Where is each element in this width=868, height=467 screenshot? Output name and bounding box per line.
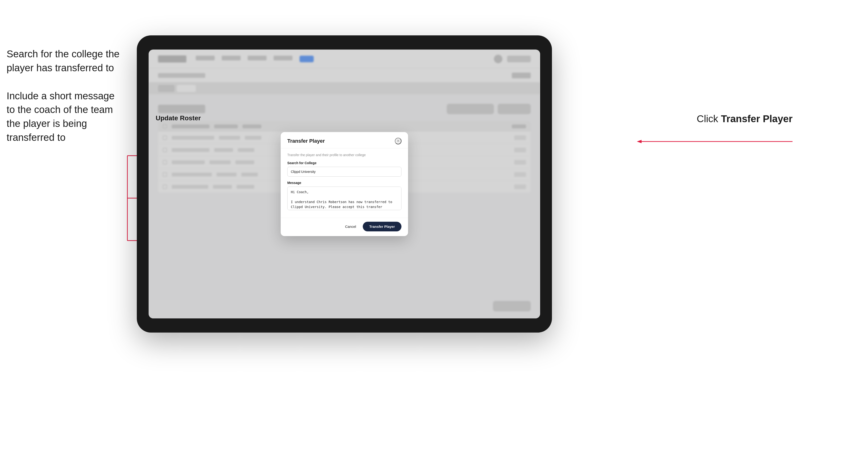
transfer-player-modal: Transfer Player × Transfer the player an… bbox=[281, 132, 408, 236]
modal-body: Transfer the player and their profile to… bbox=[281, 148, 408, 218]
annotation-text-2: Include a short message to the coach of … bbox=[7, 89, 125, 145]
modal-close-button[interactable]: × bbox=[395, 138, 401, 144]
annotation-text-1: Search for the college the player has tr… bbox=[7, 47, 125, 75]
tablet-screen: Transfer Player × Transfer the player an… bbox=[149, 50, 540, 318]
message-label: Message bbox=[287, 181, 401, 185]
annotation-right-text: Click bbox=[697, 113, 718, 124]
tablet-device: Transfer Player × Transfer the player an… bbox=[137, 35, 552, 333]
annotation-left: Search for the college the player has tr… bbox=[7, 47, 125, 159]
message-textarea[interactable]: Hi Coach, I understand Chris Robertson h… bbox=[287, 187, 401, 210]
cancel-button[interactable]: Cancel bbox=[342, 223, 359, 230]
modal-subtitle: Transfer the player and their profile to… bbox=[287, 153, 401, 157]
annotation-right-bold: Transfer Player bbox=[721, 113, 793, 124]
annotation-right: Click Transfer Player bbox=[697, 113, 793, 125]
modal-title: Transfer Player bbox=[287, 138, 325, 144]
search-college-label: Search for College bbox=[287, 161, 401, 165]
modal-overlay: Transfer Player × Transfer the player an… bbox=[149, 50, 540, 318]
transfer-player-button[interactable]: Transfer Player bbox=[363, 222, 401, 231]
modal-footer: Cancel Transfer Player bbox=[281, 218, 408, 236]
search-college-input[interactable] bbox=[287, 167, 401, 177]
svg-marker-6 bbox=[637, 140, 642, 143]
modal-header: Transfer Player × bbox=[281, 132, 408, 148]
